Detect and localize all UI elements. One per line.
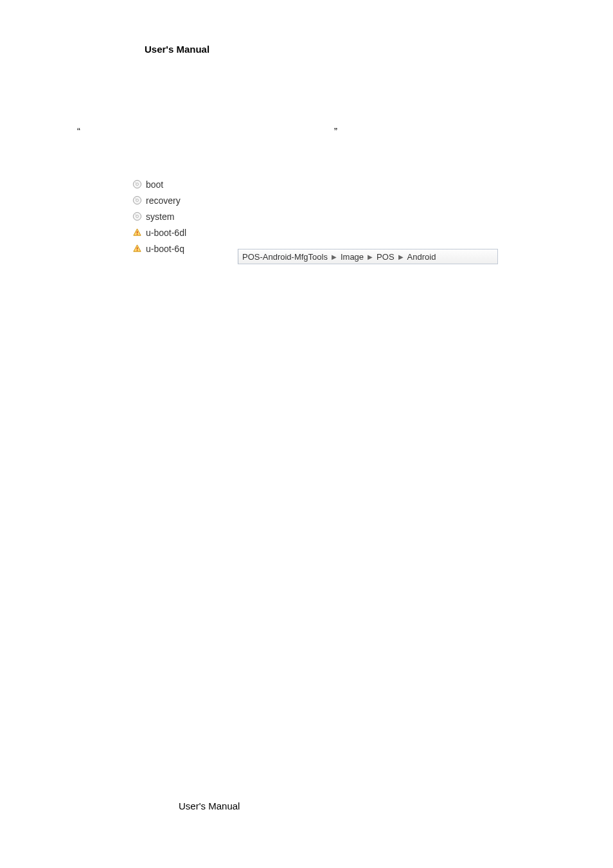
chevron-right-icon: ▶ (368, 253, 373, 260)
svg-rect-9 (136, 250, 137, 251)
file-name: system (146, 212, 174, 222)
breadcrumb[interactable]: POS-Android-MfgTools ▶ Image ▶ POS ▶ And… (238, 249, 498, 264)
svg-rect-7 (136, 234, 137, 235)
breadcrumb-segment[interactable]: Android (407, 252, 436, 262)
disc-icon (132, 179, 142, 190)
file-name: u-boot-6q (146, 244, 184, 254)
breadcrumb-segment[interactable]: POS-Android-MfgTools (242, 252, 328, 262)
list-item[interactable]: u-boot-6dl (132, 224, 186, 240)
list-item[interactable]: boot (132, 176, 186, 192)
page-footer-title: User's Manual (179, 800, 240, 811)
opening-quote: “ (77, 125, 80, 136)
file-name: recovery (146, 195, 181, 206)
list-item[interactable]: recovery (132, 192, 186, 208)
breadcrumb-segment[interactable]: Image (341, 252, 364, 262)
warning-icon (132, 244, 142, 254)
file-name: u-boot-6dl (146, 228, 186, 238)
breadcrumb-segment[interactable]: POS (377, 252, 394, 262)
page-header-title: User's Manual (145, 44, 209, 55)
chevron-right-icon: ▶ (332, 253, 337, 260)
file-list: boot recovery system u-boot-6dl u-boot-6… (132, 176, 186, 257)
disc-icon (132, 195, 142, 206)
svg-rect-8 (136, 248, 137, 249)
svg-rect-6 (136, 231, 137, 233)
file-name: boot (146, 179, 163, 190)
chevron-right-icon: ▶ (398, 253, 404, 260)
list-item[interactable]: system (132, 208, 186, 224)
list-item[interactable]: u-boot-6q (132, 240, 186, 257)
closing-quote: ” (334, 125, 337, 136)
warning-icon (132, 228, 142, 238)
disc-icon (132, 212, 142, 222)
